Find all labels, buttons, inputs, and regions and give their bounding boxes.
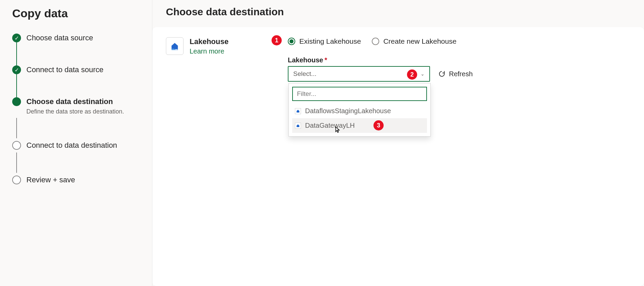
option-label: DataflowsStagingLakehouse [305, 107, 391, 115]
lakehouse-select-row: Select... 2 ⌄ DataflowsStagingLakehouse [288, 66, 630, 82]
lakehouse-filter-input[interactable] [292, 87, 427, 101]
lakehouse-option[interactable]: DataflowsStagingLakehouse [292, 104, 427, 118]
lakehouse-dropdown: DataflowsStagingLakehouse DataGatewayLH … [288, 83, 431, 137]
radio-icon [288, 38, 295, 45]
step-label: Choose data source [26, 34, 93, 42]
step-label: Choose data destination [26, 97, 124, 106]
step-label: Connect to data source [26, 65, 103, 74]
page-title: Choose data destination [166, 6, 630, 18]
radio-label: Existing Lakehouse [299, 37, 361, 45]
main-header: Choose data destination [152, 0, 644, 27]
wizard-title: Copy data [12, 7, 140, 20]
lakehouse-icon [295, 123, 301, 129]
destination-type-block: Lakehouse Learn more [166, 37, 288, 82]
step-sublabel: Define the data store as destination. [26, 108, 124, 115]
step-choose-source[interactable]: ✓ Choose data source [12, 34, 140, 42]
refresh-icon [438, 70, 446, 78]
step-connect-destination[interactable]: Connect to data destination [12, 141, 140, 150]
lakehouse-field-label: Lakehouse* [288, 56, 630, 64]
lakehouse-option[interactable]: DataGatewayLH 3 [292, 118, 427, 133]
callout-3: 3 [373, 120, 384, 130]
wizard-steps: ✓ Choose data source ✓ Connect to data s… [12, 34, 140, 184]
step-label: Connect to data destination [26, 141, 117, 150]
step-connect-source[interactable]: ✓ Connect to data source [12, 65, 140, 74]
step-connector [16, 42, 17, 65]
lakehouse-icon [295, 108, 301, 114]
option-label: DataGatewayLH [305, 122, 355, 129]
lakehouse-icon [166, 37, 184, 55]
radio-label: Create new Lakehouse [383, 37, 456, 45]
refresh-button[interactable]: Refresh [438, 70, 473, 78]
check-icon: ✓ [12, 34, 21, 42]
wizard-sidebar: Copy data ✓ Choose data source ✓ Connect… [0, 0, 152, 286]
destination-config: 1 Existing Lakehouse Create new Lakehous… [288, 37, 630, 82]
learn-more-link[interactable]: Learn more [190, 47, 229, 55]
step-choose-destination[interactable]: Choose data destination Define the data … [12, 97, 140, 115]
check-icon: ✓ [12, 65, 21, 74]
lakehouse-select[interactable]: Select... 2 ⌄ DataflowsStagingLakehouse [288, 66, 430, 82]
step-review-save[interactable]: Review + save [12, 176, 140, 184]
chevron-down-icon: ⌄ [421, 71, 425, 77]
main-panel: Choose data destination Lakehouse Learn … [152, 0, 644, 286]
step-connector [16, 118, 17, 138]
current-step-icon [12, 97, 21, 106]
step-label: Review + save [26, 176, 75, 184]
step-connector [16, 74, 17, 97]
lakehouse-mode-radios: Existing Lakehouse Create new Lakehouse [288, 37, 630, 45]
cursor-icon [332, 126, 342, 135]
destination-type-title: Lakehouse [190, 37, 229, 46]
radio-create-lakehouse[interactable]: Create new Lakehouse [372, 37, 456, 45]
pending-step-icon [12, 176, 21, 184]
callout-2: 2 [407, 69, 417, 80]
callout-1: 1 [272, 35, 282, 45]
pending-step-icon [12, 141, 21, 150]
select-placeholder: Select... [293, 70, 317, 78]
step-connector [16, 152, 17, 173]
destination-card: Lakehouse Learn more 1 Existing Lakehous… [152, 27, 644, 286]
radio-icon [372, 38, 379, 45]
radio-existing-lakehouse[interactable]: Existing Lakehouse [288, 37, 361, 45]
lakehouse-icon-svg [170, 41, 179, 51]
refresh-label: Refresh [449, 70, 473, 78]
